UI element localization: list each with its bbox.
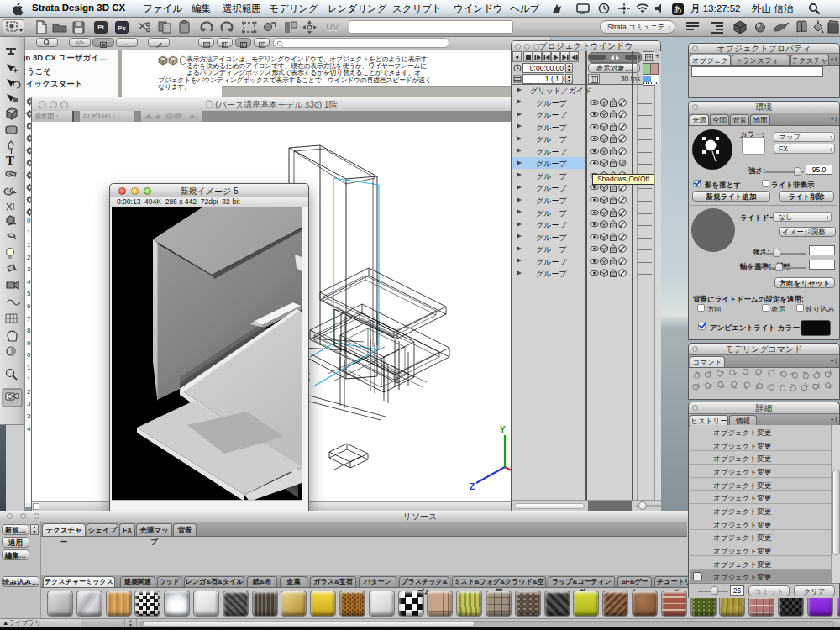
svg-text:Z: Z (470, 482, 475, 491)
svg-text:T: T (6, 154, 14, 167)
svg-text:Y: Y (500, 425, 506, 434)
